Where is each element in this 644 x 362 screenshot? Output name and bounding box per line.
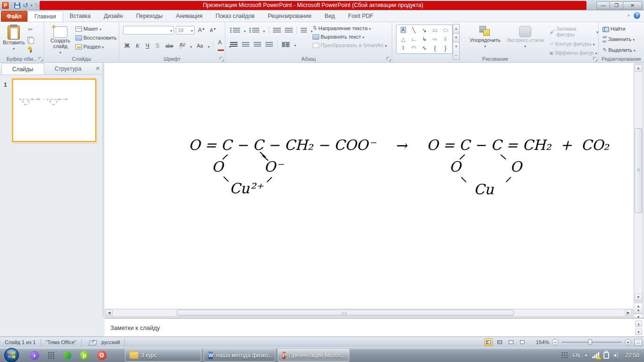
taskbar-button-folder[interactable]: 3 курс xyxy=(125,349,201,362)
taskbar-app-purple-icon[interactable]: ◗ xyxy=(29,350,40,361)
notes-scroll-down-icon[interactable]: ▼ xyxy=(635,329,642,335)
shape-arc-icon[interactable]: ◠ xyxy=(411,45,416,51)
zoom-level[interactable]: 154% xyxy=(529,339,549,345)
shape-fill-button[interactable]: 🖌Заливка фигуры xyxy=(550,26,598,37)
tab-file[interactable]: Файл xyxy=(1,11,27,22)
shape-curve-icon[interactable]: ∿ xyxy=(422,45,427,51)
find-button[interactable]: Найти xyxy=(603,26,636,32)
shape-textbox-icon[interactable]: A xyxy=(401,27,406,33)
shape-block-arrow-down-icon[interactable]: ⇩ xyxy=(443,36,448,42)
scroll-up-icon[interactable]: ▲ xyxy=(635,65,642,72)
columns-icon[interactable] xyxy=(282,42,290,47)
shape-elbow-icon[interactable]: ∟ xyxy=(411,36,417,42)
format-painter-icon[interactable] xyxy=(27,47,33,53)
taskbar-app-grid-icon[interactable] xyxy=(46,350,57,361)
align-text-button[interactable]: Выровнять текст xyxy=(313,34,387,40)
convert-smartart-button[interactable]: Преобразовать в SmartArt xyxy=(313,42,387,48)
previous-slide-button[interactable]: ▲▲ xyxy=(634,303,643,313)
minimize-button[interactable]: — xyxy=(596,1,610,9)
notes-pane[interactable]: Заметки к слайду ▲ ▼ xyxy=(105,318,644,337)
taskbar-app-hexagon-icon[interactable] xyxy=(62,350,73,361)
shape-arrow-icon[interactable]: ↘ xyxy=(422,27,427,33)
shape-rectangle-icon[interactable]: ▭ xyxy=(432,27,438,33)
gallery-scroll-down-icon[interactable]: ▼ xyxy=(453,33,460,42)
network-warning-icon[interactable] xyxy=(592,352,599,358)
language-indicator[interactable]: EN xyxy=(573,353,580,358)
help-icon[interactable]: ? xyxy=(634,12,640,19)
change-case-button[interactable]: Aa xyxy=(195,43,204,49)
reset-button[interactable]: Восстановить xyxy=(75,35,116,41)
undo-icon[interactable]: ↺ xyxy=(23,2,28,8)
hidden-icons-chevron[interactable]: ▲ xyxy=(584,353,588,357)
line-spacing-icon[interactable] xyxy=(301,28,307,33)
view-slideshow-button[interactable] xyxy=(518,338,527,346)
section-button[interactable]: Раздел xyxy=(75,44,116,49)
close-button[interactable]: ✕ xyxy=(623,1,642,9)
font-dialog-launcher[interactable] xyxy=(219,57,224,61)
horizontal-scrollbar[interactable]: ◀ ▶ xyxy=(105,309,633,317)
vertical-scrollbar[interactable]: ▲ ▼ xyxy=(634,64,643,302)
font-size-combo[interactable]: 18 xyxy=(176,26,195,34)
zoom-out-button[interactable]: − xyxy=(552,339,559,346)
scroll-down-icon[interactable]: ▼ xyxy=(635,294,642,301)
view-slide-sorter-button[interactable] xyxy=(495,338,504,346)
layout-button[interactable]: Макет xyxy=(75,26,116,32)
slide-thumbnail[interactable]: O = C − C − CH₂ − COO⁻ O O⁻ Cu²⁺ → O = C… xyxy=(12,79,96,142)
tray-grid-icon[interactable] xyxy=(561,352,569,359)
spelling-status[interactable]: русский xyxy=(82,339,125,346)
redo-icon[interactable]: ↻ xyxy=(34,2,40,8)
start-button[interactable] xyxy=(4,347,19,362)
zoom-slider-thumb[interactable] xyxy=(588,339,592,345)
font-color-button[interactable]: А xyxy=(216,39,225,52)
taskbar-utorrent-icon[interactable]: μ xyxy=(79,350,90,361)
slide-counter[interactable]: Слайд 1 из 1 xyxy=(0,339,41,346)
notes-placeholder[interactable]: Заметки к слайду xyxy=(110,324,160,331)
view-normal-button[interactable] xyxy=(484,338,493,346)
tab-home[interactable]: Главная xyxy=(27,11,63,22)
panel-tab-slides[interactable]: Слайды xyxy=(1,63,44,74)
paragraph-dialog-launcher[interactable] xyxy=(386,57,391,61)
font-name-combo[interactable] xyxy=(123,26,174,34)
copy-icon[interactable] xyxy=(27,37,33,43)
notes-scroll-up-icon[interactable]: ▲ xyxy=(635,321,642,327)
underline-button[interactable]: Ч xyxy=(144,42,151,49)
decrease-indent-icon[interactable] xyxy=(273,28,281,33)
collapse-ribbon-icon[interactable]: ˄ xyxy=(627,13,630,18)
tab-foxit-pdf[interactable]: Foxit PDF xyxy=(341,11,380,22)
shape-elbow-arrow-icon[interactable]: ↳ xyxy=(422,36,427,42)
text-direction-button[interactable]: ⇅Направление текста xyxy=(313,25,387,31)
align-left-icon[interactable] xyxy=(230,42,238,47)
tab-transitions[interactable]: Переходы xyxy=(130,11,169,22)
tab-insert[interactable]: Вставка xyxy=(63,11,98,22)
restore-button[interactable]: ❐ xyxy=(610,1,623,9)
shape-effects-button[interactable]: ◙Эффекты фигур xyxy=(550,50,598,56)
clipboard-dialog-launcher[interactable] xyxy=(38,57,43,61)
increase-indent-icon[interactable] xyxy=(285,28,293,33)
shape-ellipse-icon[interactable]: ⬭ xyxy=(443,27,448,33)
shape-brace-left-icon[interactable]: { xyxy=(434,45,436,51)
gallery-scroll-up-icon[interactable]: ▲ xyxy=(453,24,460,33)
bullets-icon[interactable] xyxy=(233,28,240,33)
fit-to-window-button[interactable]: ⛶ xyxy=(634,339,642,346)
scroll-right-icon[interactable]: ▶ xyxy=(625,310,632,316)
quick-styles-button[interactable]: Экспресс-стили xyxy=(504,24,547,49)
vertical-scroll-thumb[interactable] xyxy=(635,128,642,213)
shape-line-icon[interactable]: ╲ xyxy=(412,27,415,33)
view-reading-button[interactable] xyxy=(507,338,515,346)
new-slide-button[interactable]: Создать слайд xyxy=(48,24,73,55)
zoom-slider[interactable] xyxy=(561,342,622,343)
text-shadow-button[interactable]: S xyxy=(154,42,161,49)
italic-button[interactable]: К xyxy=(134,42,141,49)
zoom-in-button[interactable]: + xyxy=(625,339,631,346)
taskbar-button-powerpoint[interactable]: P Презентация Micros... xyxy=(278,349,349,362)
align-right-icon[interactable] xyxy=(254,42,261,47)
taskbar-button-word[interactable]: W наша метода физко... xyxy=(204,349,275,362)
save-icon[interactable] xyxy=(14,2,20,8)
shrink-font-button[interactable]: A▼ xyxy=(208,27,218,33)
tab-design[interactable]: Дизайн xyxy=(97,11,129,22)
shapes-gallery[interactable]: A ╲ ↘ ▭ ⬭ △ ∟ ↳ ⇨ ⇩ ⌇ ◠ ∿ { } xyxy=(396,25,453,54)
paste-button[interactable]: Вставить xyxy=(3,24,25,51)
align-center-icon[interactable] xyxy=(242,42,249,47)
tab-slideshow[interactable]: Показ слайдов xyxy=(209,11,261,22)
shape-brace-right-icon[interactable]: } xyxy=(445,45,446,51)
